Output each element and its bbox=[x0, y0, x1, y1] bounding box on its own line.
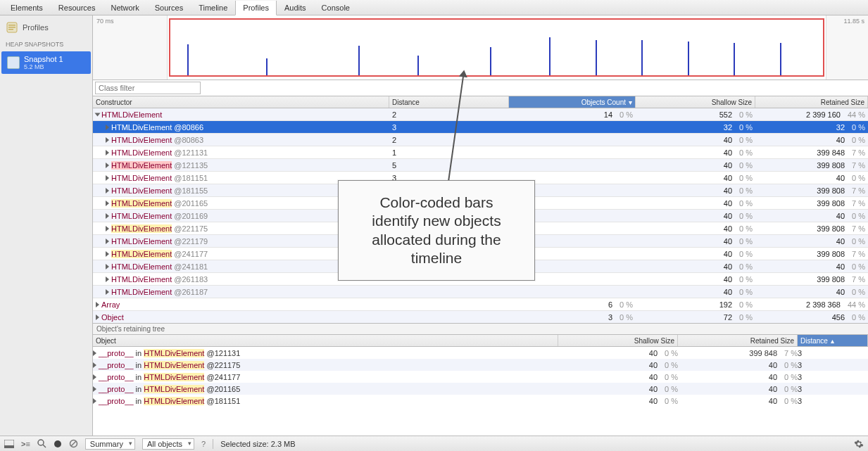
snapshot-item[interactable]: Snapshot 1 5.2 MB bbox=[1, 51, 91, 74]
col-shallow-size[interactable]: Shallow Size bbox=[636, 96, 755, 108]
retaining-row[interactable]: __proto__ in HTMLDivElement @201165400 %… bbox=[93, 383, 868, 395]
svg-point-8 bbox=[54, 440, 61, 447]
retaining-row[interactable]: __proto__ in HTMLDivElement @181151400 %… bbox=[93, 395, 868, 406]
timeline-bar bbox=[187, 44, 189, 75]
svg-rect-3 bbox=[8, 29, 13, 30]
annotation-callout: Color-coded bars identify new objects al… bbox=[338, 180, 535, 281]
clear-icon[interactable] bbox=[69, 439, 78, 448]
tab-sources[interactable]: Sources bbox=[147, 0, 191, 15]
svg-line-10 bbox=[71, 441, 76, 446]
retaining-tree-label: Object's retaining tree bbox=[93, 323, 868, 335]
tab-resources[interactable]: Resources bbox=[51, 0, 103, 15]
sidebar-category: HEAP SNAPSHOTS bbox=[0, 37, 92, 50]
timeline-bar bbox=[417, 56, 419, 75]
col-constructor[interactable]: Constructor bbox=[93, 96, 389, 108]
tab-console[interactable]: Console bbox=[314, 0, 358, 15]
status-bar: >≡ Summary All objects ? Selected size: … bbox=[0, 436, 868, 451]
heap-row[interactable]: HTMLDivElement2140 %5520 %2 399 16044 % bbox=[93, 108, 868, 121]
svg-rect-5 bbox=[4, 445, 14, 448]
retaining-tree-body[interactable]: __proto__ in HTMLDivElement @121131400 %… bbox=[93, 347, 868, 406]
tab-elements[interactable]: Elements bbox=[3, 0, 51, 15]
timeline-bar bbox=[358, 46, 360, 75]
timeline-bar bbox=[266, 58, 268, 75]
timeline-chart[interactable] bbox=[168, 15, 826, 80]
col-retained-size[interactable]: Retained Size bbox=[755, 96, 868, 108]
rcol-distance[interactable]: Distance▴ bbox=[798, 335, 868, 346]
svg-rect-2 bbox=[8, 27, 15, 28]
retaining-row[interactable]: __proto__ in HTMLDivElement @221175400 %… bbox=[93, 359, 868, 371]
timeline-bar bbox=[641, 40, 643, 75]
snapshot-icon bbox=[7, 56, 20, 69]
svg-line-7 bbox=[43, 445, 46, 447]
timeline-start-label: 70 ms bbox=[93, 15, 168, 80]
rcol-shallow[interactable]: Shallow Size bbox=[558, 335, 678, 346]
tab-profiles[interactable]: Profiles bbox=[235, 1, 277, 15]
document-icon bbox=[6, 21, 18, 34]
heap-row[interactable]: Object30 %720 %4560 % bbox=[93, 311, 868, 323]
search-icon[interactable] bbox=[37, 439, 46, 448]
console-icon[interactable]: >≡ bbox=[21, 440, 30, 448]
heap-row[interactable]: HTMLDivElement @808632400 %400 % bbox=[93, 134, 868, 146]
profiles-sidebar: Profiles HEAP SNAPSHOTS Snapshot 1 5.2 M… bbox=[0, 15, 93, 436]
rcol-retained[interactable]: Retained Size bbox=[678, 335, 798, 346]
record-icon[interactable] bbox=[54, 440, 62, 448]
timeline-bar bbox=[734, 43, 735, 75]
tab-audits[interactable]: Audits bbox=[277, 0, 314, 15]
heap-row[interactable]: Array60 %1920 %2 398 36844 % bbox=[93, 298, 868, 311]
selected-size-text: Selected size: 2.3 MB bbox=[220, 440, 295, 448]
allocation-timeline[interactable]: 70 ms 11.85 s bbox=[93, 15, 868, 80]
svg-rect-1 bbox=[8, 25, 15, 26]
retaining-tree-header: Object Shallow Size Retained Size Distan… bbox=[93, 335, 868, 347]
snapshot-text: Snapshot 1 5.2 MB bbox=[24, 55, 63, 70]
view-select[interactable]: Summary bbox=[85, 438, 135, 450]
retaining-row[interactable]: __proto__ in HTMLDivElement @121131400 %… bbox=[93, 347, 868, 359]
timeline-bar bbox=[549, 37, 551, 75]
timeline-bar bbox=[688, 42, 689, 75]
col-distance[interactable]: Distance bbox=[389, 96, 509, 108]
filter-select[interactable]: All objects bbox=[142, 438, 194, 450]
tab-timeline[interactable]: Timeline bbox=[191, 0, 235, 15]
profiles-text: Profiles bbox=[23, 23, 49, 32]
heap-row[interactable]: HTMLDivElement @1211311400 %399 8487 % bbox=[93, 146, 868, 159]
help-icon[interactable]: ? bbox=[201, 440, 206, 448]
heap-table-header: Constructor Distance Objects Count▾ Shal… bbox=[93, 96, 868, 108]
rcol-object[interactable]: Object bbox=[93, 335, 558, 346]
col-objects-count[interactable]: Objects Count▾ bbox=[509, 96, 636, 108]
settings-icon[interactable] bbox=[854, 439, 864, 449]
timeline-end-label: 11.85 s bbox=[826, 15, 868, 80]
timeline-bar bbox=[596, 40, 597, 75]
timeline-bar bbox=[780, 43, 781, 75]
profiles-label: Profiles bbox=[0, 18, 92, 37]
class-filter-input[interactable] bbox=[95, 82, 201, 94]
tab-network[interactable]: Network bbox=[103, 0, 146, 15]
timeline-bar bbox=[490, 47, 491, 75]
heap-row[interactable]: HTMLDivElement @261187400 %400 % bbox=[93, 286, 868, 298]
svg-point-6 bbox=[38, 440, 44, 445]
retaining-row[interactable]: __proto__ in HTMLDivElement @241177400 %… bbox=[93, 371, 868, 383]
heap-row[interactable]: HTMLDivElement @808663320 %320 % bbox=[93, 121, 868, 134]
devtools-tabs: Elements Resources Network Sources Timel… bbox=[0, 0, 868, 15]
dock-icon[interactable] bbox=[4, 440, 14, 448]
heap-row[interactable]: HTMLDivElement @1211355400 %399 8087 % bbox=[93, 159, 868, 172]
